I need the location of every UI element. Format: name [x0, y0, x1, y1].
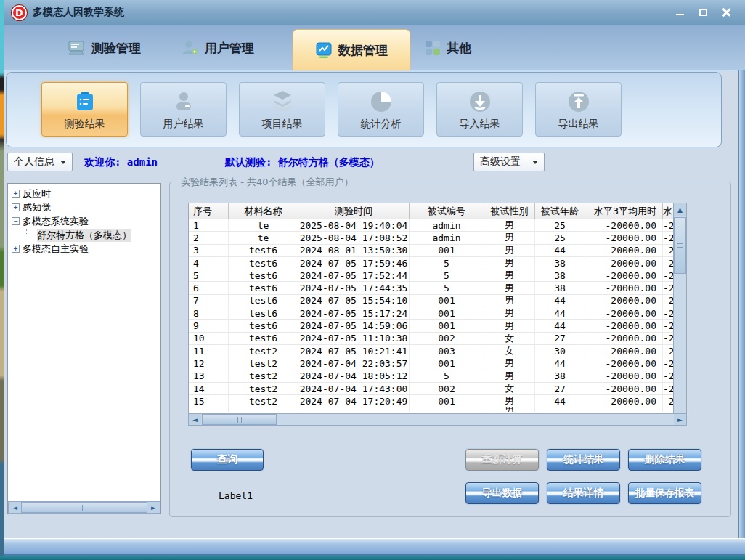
table-cell: 38: [535, 370, 585, 382]
table-cell: -20000.00: [585, 307, 663, 319]
table-row[interactable]: 5test62024-07-05 17:52:445男38-20000.00-2…: [189, 269, 673, 282]
scrollbar-track[interactable]: [674, 274, 686, 413]
scrollbar-thumb[interactable]: [21, 502, 147, 513]
pie-chart-icon: [368, 89, 394, 115]
expand-plus-icon[interactable]: [12, 190, 20, 198]
table-row[interactable]: 6test62024-07-05 17:44:355男38-20000.00-2…: [189, 282, 673, 294]
column-header[interactable]: 序号: [189, 203, 229, 219]
table-cell: 25: [535, 232, 585, 243]
tab-data-management[interactable]: 数据管理: [293, 29, 410, 70]
table-cell: 38: [535, 282, 585, 293]
table-cell: 2024-07-04 17:43:00: [298, 383, 410, 394]
minimize-icon: [676, 14, 684, 15]
table-cell: -20000.00: [585, 282, 663, 293]
table-row[interactable]: 4test62024-07-05 17:59:465男38-20000.00-2…: [189, 257, 673, 269]
personal-info-dropdown[interactable]: 个人信息: [7, 153, 73, 171]
table-row[interactable]: 9test62024-07-05 14:59:06001男44-20000.00…: [189, 320, 673, 332]
expand-plus-icon[interactable]: [12, 203, 20, 211]
results-table-body: 1te2025-08-04 19:40:04admin男25-20000.00-…: [189, 219, 673, 412]
table-cell: -20: [663, 257, 673, 269]
export-data-button[interactable]: 导出数据: [465, 482, 539, 504]
column-header[interactable]: 水平3平均用时: [585, 203, 663, 219]
table-row[interactable]: 7test62024-07-05 15:54:10001男44-20000.00…: [189, 295, 673, 307]
toolbar-export-results-button[interactable]: 导出结果: [535, 82, 622, 137]
table-cell: 2024-07-05 17:52:44: [298, 269, 410, 281]
import-arrow-icon: [467, 89, 493, 115]
table-cell: test6: [229, 245, 298, 256]
tree-item-label: 多模态系统实验: [23, 215, 89, 228]
delete-result-button[interactable]: 删除结果: [628, 449, 701, 471]
scroll-right-icon[interactable]: [674, 414, 686, 425]
column-header[interactable]: 材料名称: [229, 203, 298, 219]
column-header[interactable]: 被试编号: [410, 203, 484, 219]
table-cell: 27: [535, 333, 585, 344]
table-cell: 2024-07-05 17:44:35: [298, 282, 410, 293]
expand-plus-icon[interactable]: [12, 245, 20, 253]
maximize-button[interactable]: [697, 7, 709, 17]
scroll-left-icon[interactable]: [9, 502, 21, 513]
scroll-right-icon[interactable]: [147, 502, 160, 513]
table-horizontal-scrollbar[interactable]: [188, 413, 687, 426]
table-cell: -20: [663, 395, 673, 407]
scrollbar-thumb[interactable]: [674, 217, 686, 274]
main-tabbar: 测验管理 用户管理 数据管理 其他: [4, 25, 745, 70]
table-cell: te: [229, 232, 298, 243]
column-header[interactable]: 水平: [663, 203, 673, 219]
tab-exam-management[interactable]: 测验管理: [67, 25, 141, 70]
advanced-settings-dropdown[interactable]: 高级设置: [473, 153, 545, 171]
toolbar-user-results-button[interactable]: 用户结果: [140, 82, 227, 137]
tab-user-management[interactable]: 用户管理: [182, 25, 254, 70]
clipboard-icon: [72, 89, 98, 115]
table-row[interactable]: 12test22024-07-04 22:03:57001男44-20000.0…: [189, 357, 673, 370]
layers-icon: [269, 89, 296, 115]
table-row[interactable]: 3test62024-08-01 13:50:30001男44-20000.00…: [189, 245, 673, 257]
tree-connector-line: [26, 229, 35, 235]
table-row[interactable]: 14test22024-07-04 17:43:00002女27-20000.0…: [189, 383, 673, 395]
table-row[interactable]: 15test22024-07-04 17:20:49001男44-20000.0…: [189, 395, 673, 407]
column-header[interactable]: 被试年龄: [535, 203, 585, 219]
query-button[interactable]: 查询: [191, 449, 264, 471]
table-row[interactable]: 8test62024-07-05 15:17:24001男44-20000.00…: [189, 307, 673, 320]
table-vertical-scrollbar[interactable]: [673, 203, 686, 426]
table-cell: 2024-07-05 11:10:38: [298, 333, 410, 344]
scroll-up-icon[interactable]: [674, 203, 686, 216]
table-cell: 44: [535, 307, 585, 319]
toolbar-project-results-button[interactable]: 项目结果: [239, 82, 325, 137]
scrollbar-track[interactable]: [277, 414, 674, 425]
scroll-left-icon[interactable]: [189, 414, 201, 425]
toolbar-statistics-button[interactable]: 统计分析: [338, 82, 424, 137]
batch-save-report-button[interactable]: 批量保存报表: [628, 482, 701, 504]
close-button[interactable]: [720, 7, 732, 17]
window-right-border: [738, 25, 745, 538]
table-cell: 男: [484, 295, 535, 307]
close-icon: [722, 8, 730, 17]
table-row[interactable]: 2te2025-08-04 17:08:52admin男25-20000.00-…: [189, 232, 673, 244]
toolbar-import-results-button[interactable]: 导入结果: [436, 82, 523, 137]
toolbar-test-results-button[interactable]: 测验结果: [41, 82, 128, 137]
tree-item-multimodal-self[interactable]: 多模态自主实验: [8, 242, 160, 256]
table-cell: 002: [410, 333, 484, 344]
result-detail-button[interactable]: 结果详情: [547, 482, 620, 504]
tab-other[interactable]: 其他: [425, 25, 471, 70]
collapse-minus-icon[interactable]: [12, 217, 20, 225]
table-row[interactable]: 11test22024-07-05 10:21:41003女30-20000.0…: [189, 345, 673, 357]
table-cell: 5: [410, 257, 484, 269]
table-row[interactable]: 1te2025-08-04 19:40:04admin男25-20000.00-…: [189, 219, 673, 232]
table-row[interactable]: 13test22024-07-04 18:05:125男38-20000.00-…: [189, 370, 673, 383]
tree-item-schulte-grid[interactable]: 舒尔特方格（多模态）: [8, 228, 160, 242]
minimize-button[interactable]: [674, 7, 685, 17]
column-header[interactable]: 被试性别: [484, 203, 535, 219]
table-cell: 9: [189, 320, 229, 331]
table-row[interactable]: 10test62024-07-05 11:10:38002女27-20000.0…: [189, 333, 673, 345]
table-cell: 002: [410, 383, 484, 394]
tree-item-reaction-time[interactable]: 反应时: [8, 187, 160, 200]
table-cell: test6: [229, 320, 298, 331]
statistics-result-button[interactable]: 统计结果: [547, 449, 620, 471]
tree-horizontal-scrollbar[interactable]: [8, 501, 160, 514]
table-cell: -20: [663, 219, 673, 231]
column-header[interactable]: 测验时间: [298, 203, 410, 219]
tree-item-perception[interactable]: 感知觉: [8, 200, 160, 214]
scrollbar-thumb[interactable]: [202, 414, 277, 425]
user-bar: 个人信息 欢迎你: admin 默认测验: 舒尔特方格（多模态） 高级设置: [4, 147, 745, 176]
tree-item-multimodal-system[interactable]: 多模态系统实验: [8, 214, 160, 228]
